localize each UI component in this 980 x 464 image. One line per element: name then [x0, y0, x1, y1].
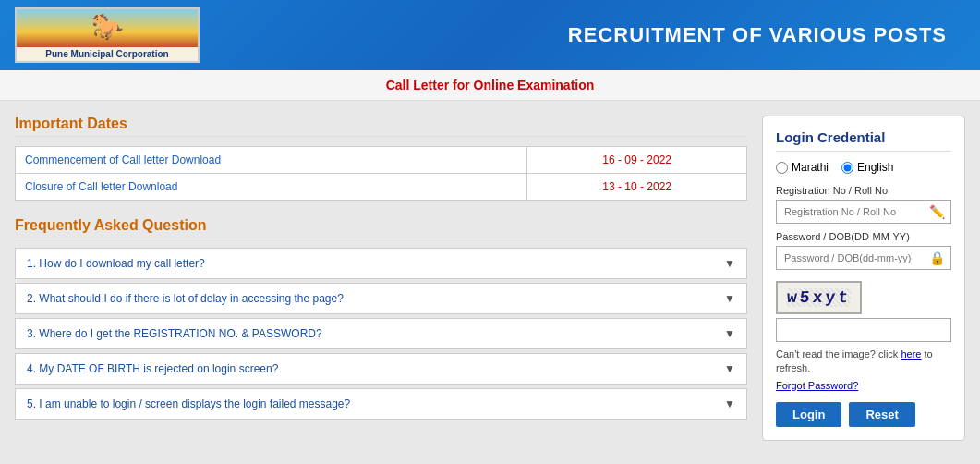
forgot-password-link[interactable]: Forgot Password?	[776, 380, 951, 391]
main-container: Important Dates Commencement of Call let…	[0, 101, 980, 456]
reset-button[interactable]: Reset	[849, 402, 914, 427]
reg-no-input[interactable]	[782, 202, 929, 221]
cant-read-text: Can't read the image? click here to refr…	[776, 348, 951, 376]
date-value-2: 13 - 10 - 2022	[527, 174, 747, 201]
english-radio-label[interactable]: English	[841, 161, 893, 174]
chevron-down-icon-4: ▼	[720, 362, 735, 375]
sub-header-text: Call Letter for Online Examination	[386, 78, 595, 92]
page-header: 🐎 Pune Municipal Corporation RECRUITMENT…	[0, 0, 980, 70]
english-radio[interactable]	[841, 162, 853, 174]
english-label: English	[857, 161, 893, 174]
faq-text-4: 4. My DATE OF BIRTH is rejected on login…	[27, 362, 278, 375]
chevron-down-icon-5: ▼	[720, 397, 735, 410]
lock-icon: 🔒	[929, 250, 945, 265]
captcha-image: w5xyt	[776, 281, 862, 314]
faq-title: Frequently Asked Question	[15, 217, 747, 238]
reg-no-label: Registration No / Roll No	[776, 185, 951, 196]
chevron-down-icon-2: ▼	[720, 292, 735, 305]
faq-item-5[interactable]: 5. I am unable to login / screen display…	[15, 388, 747, 420]
faq-text-2: 2. What should I do if there is lot of d…	[27, 292, 344, 305]
login-buttons: Login Reset	[776, 402, 951, 427]
cant-read-prefix: Can't read the image? click	[776, 348, 901, 360]
password-wrapper: 🔒	[776, 246, 951, 270]
logo-image: 🐎	[17, 9, 198, 47]
table-row: Closure of Call letter Download 13 - 10 …	[16, 174, 747, 201]
date-label-1: Commencement of Call letter Download	[16, 147, 527, 174]
logo-container: 🐎 Pune Municipal Corporation	[15, 7, 200, 63]
logo-text: Pune Municipal Corporation	[17, 47, 198, 61]
left-panel: Important Dates Commencement of Call let…	[15, 116, 747, 441]
language-selector: Marathi English	[776, 161, 951, 174]
page-title: RECRUITMENT OF VARIOUS POSTS	[200, 23, 965, 47]
sub-header: Call Letter for Online Examination	[0, 70, 980, 101]
date-label-2: Closure of Call letter Download	[16, 174, 527, 201]
dates-table: Commencement of Call letter Download 16 …	[15, 146, 747, 201]
faq-text-1: 1. How do I download my call letter?	[27, 257, 205, 270]
password-input[interactable]	[782, 249, 929, 267]
date-value-1: 16 - 09 - 2022	[527, 147, 747, 174]
marathi-label: Marathi	[792, 161, 829, 174]
captcha-input-wrapper	[776, 318, 951, 342]
login-button[interactable]: Login	[776, 402, 841, 427]
faq-text-5: 5. I am unable to login / screen display…	[27, 397, 350, 410]
refresh-link[interactable]: here	[901, 348, 921, 360]
faq-item-4[interactable]: 4. My DATE OF BIRTH is rejected on login…	[15, 353, 747, 385]
edit-icon: ✏️	[929, 204, 945, 219]
faq-item-2[interactable]: 2. What should I do if there is lot of d…	[15, 283, 747, 314]
faq-item-3[interactable]: 3. Where do I get the REGISTRATION NO. &…	[15, 318, 747, 349]
faq-item-1[interactable]: 1. How do I download my call letter? ▼	[15, 248, 747, 279]
captcha-text: w5xyt	[786, 288, 852, 307]
marathi-radio[interactable]	[776, 162, 788, 174]
login-panel: Login Credential Marathi English Registr…	[762, 116, 965, 441]
chevron-down-icon-1: ▼	[720, 257, 735, 270]
horse-icon: 🐎	[100, 21, 115, 35]
important-dates-title: Important Dates	[15, 116, 747, 137]
faq-text-3: 3. Where do I get the REGISTRATION NO. &…	[27, 327, 322, 340]
captcha-input[interactable]	[782, 321, 945, 339]
chevron-down-icon-3: ▼	[720, 327, 735, 340]
table-row: Commencement of Call letter Download 16 …	[16, 147, 747, 174]
reg-no-wrapper: ✏️	[776, 200, 951, 224]
login-title: Login Credential	[776, 129, 951, 152]
password-label: Password / DOB(DD-MM-YY)	[776, 231, 951, 242]
marathi-radio-label[interactable]: Marathi	[776, 161, 829, 174]
